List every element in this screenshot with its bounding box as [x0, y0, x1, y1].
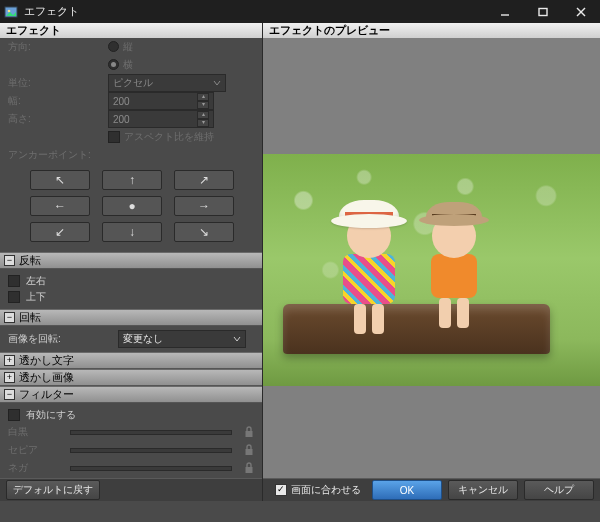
unit-row: 単位: ピクセル [0, 74, 262, 92]
maximize-button[interactable] [524, 0, 562, 23]
group-rotate[interactable]: −回転 [0, 309, 262, 326]
lock-icon [244, 444, 254, 456]
filter-bw-slider[interactable] [70, 430, 232, 435]
anchor-grid: ↖ ↑ ↗ ← ● → ↙ ↓ ↘ [0, 164, 262, 252]
photo-child-left [343, 214, 395, 334]
cancel-button[interactable]: キャンセル [448, 480, 518, 500]
group-filter[interactable]: −フィルター [0, 386, 262, 403]
width-row: 幅: 200 ▴▾ [0, 92, 262, 110]
direction-row-2: 横 [0, 56, 262, 74]
width-spinner[interactable]: 200 ▴▾ [108, 92, 214, 110]
left-panel: エフェクト 方向: 縦 横 単位: ピクセル [0, 23, 262, 501]
anchor-label-row: アンカーポイント: [0, 146, 262, 164]
anchor-btn-s[interactable]: ↓ [102, 222, 162, 242]
width-down[interactable]: ▾ [197, 101, 209, 109]
svg-rect-7 [246, 449, 253, 455]
plus-icon: + [4, 372, 15, 383]
anchor-btn-ne[interactable]: ↗ [174, 170, 234, 190]
radio-vertical[interactable]: 縦 [108, 40, 133, 54]
keep-ratio-row: アスペクト比を維持 [0, 128, 262, 146]
anchor-btn-nw[interactable]: ↖ [30, 170, 90, 190]
preview-area [263, 38, 600, 478]
direction-row: 方向: 縦 [0, 38, 262, 56]
left-panel-header: エフェクト [0, 23, 262, 38]
app-icon [4, 5, 18, 19]
anchor-btn-c[interactable]: ● [102, 196, 162, 216]
anchor-btn-e[interactable]: → [174, 196, 234, 216]
right-panel: エフェクトのプレビュー ✓画面に合わせる OK [262, 23, 600, 501]
reset-defaults-button[interactable]: デフォルトに戻す [6, 480, 100, 500]
minus-icon: − [4, 312, 15, 323]
anchor-btn-w[interactable]: ← [30, 196, 90, 216]
close-button[interactable] [562, 0, 600, 23]
right-footer: ✓画面に合わせる OK キャンセル ヘルプ [263, 478, 600, 501]
group-overlay-image[interactable]: +透かし画像 [0, 369, 262, 386]
height-row: 高さ: 200 ▴▾ [0, 110, 262, 128]
filter-bw-row: 白黒 [8, 423, 254, 441]
filter-neg-row: ネガ [8, 459, 254, 477]
right-panel-header: エフェクトのプレビュー [263, 23, 600, 38]
width-up[interactable]: ▴ [197, 93, 209, 101]
anchor-btn-n[interactable]: ↑ [102, 170, 162, 190]
height-spinner[interactable]: 200 ▴▾ [108, 110, 214, 128]
help-button[interactable]: ヘルプ [524, 480, 594, 500]
lock-icon [244, 426, 254, 438]
anchor-btn-sw[interactable]: ↙ [30, 222, 90, 242]
filter-enable-checkbox[interactable]: 有効にする [8, 407, 254, 423]
rotate-label: 画像を回転: [8, 332, 118, 346]
svg-rect-8 [246, 467, 253, 473]
flip-lr-checkbox[interactable]: 左右 [8, 273, 254, 289]
anchor-btn-se[interactable]: ↘ [174, 222, 234, 242]
flip-ud-checkbox[interactable]: 上下 [8, 289, 254, 305]
svg-rect-6 [246, 431, 253, 437]
lock-icon [244, 462, 254, 474]
group-overlay-text[interactable]: +透かし文字 [0, 352, 262, 369]
minimize-button[interactable] [486, 0, 524, 23]
filter-neg-slider[interactable] [70, 466, 232, 471]
fit-to-screen-checkbox[interactable]: ✓画面に合わせる [275, 483, 361, 497]
unit-label: 単位: [8, 76, 108, 90]
svg-point-1 [8, 9, 11, 12]
minus-icon: − [4, 389, 15, 400]
filter-sepia-row: セピア [8, 441, 254, 459]
rotate-select[interactable]: 変更なし [118, 330, 246, 348]
filter-sepia-slider[interactable] [70, 448, 232, 453]
left-footer: デフォルトに戻す [0, 478, 262, 501]
keep-ratio-checkbox[interactable]: アスペクト比を維持 [108, 130, 214, 144]
anchor-label: アンカーポイント: [8, 148, 91, 162]
ok-button[interactable]: OK [372, 480, 442, 500]
preview-image [263, 154, 600, 386]
radio-horizontal[interactable]: 横 [108, 58, 133, 72]
window-title: エフェクト [24, 4, 79, 19]
height-down[interactable]: ▾ [197, 119, 209, 127]
direction-label: 方向: [8, 40, 108, 54]
window-titlebar: エフェクト [0, 0, 600, 23]
minus-icon: − [4, 255, 15, 266]
height-label: 高さ: [8, 112, 108, 126]
unit-select[interactable]: ピクセル [108, 74, 226, 92]
height-up[interactable]: ▴ [197, 111, 209, 119]
width-label: 幅: [8, 94, 108, 108]
svg-rect-3 [539, 8, 547, 15]
plus-icon: + [4, 355, 15, 366]
group-flip[interactable]: −反転 [0, 252, 262, 269]
photo-child-right [431, 214, 477, 328]
